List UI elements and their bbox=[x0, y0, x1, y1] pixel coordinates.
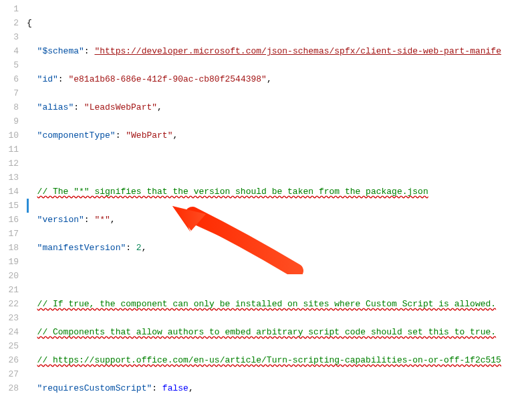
code-content[interactable]: { "$schema": "https://developer.microsof… bbox=[27, 0, 532, 404]
code-editor[interactable]: 123 456 789 101112 131415 161718 192021 … bbox=[0, 0, 532, 404]
line-number-gutter: 123 456 789 101112 131415 161718 192021 … bbox=[0, 0, 27, 404]
